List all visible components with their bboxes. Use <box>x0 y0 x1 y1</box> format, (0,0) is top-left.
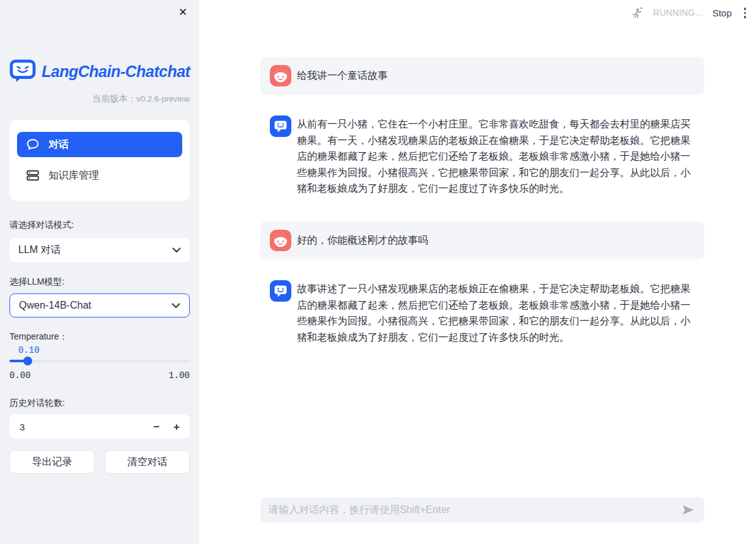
running-man-icon <box>631 6 644 20</box>
message-text: 给我讲一个童话故事 <box>297 68 388 84</box>
history-rounds-value: 3 <box>20 422 25 432</box>
assistant-avatar <box>270 115 291 137</box>
sidebar-actions: 导出记录 清空对话 <box>9 450 190 474</box>
llm-model-select[interactable]: Qwen-14B-Chat <box>9 293 190 317</box>
history-rounds-input[interactable]: 3 − + <box>9 415 190 439</box>
temperature-range: 0.00 1.00 <box>9 370 190 381</box>
app-status-bar: RUNNING... Stop <box>631 5 748 21</box>
app-title: LangChain-Chatchat <box>42 62 190 81</box>
chat-message-assistant: 故事讲述了一只小猪发现糖果店的老板娘正在偷糖果，于是它决定帮助老板娘。它把糖果店… <box>260 272 704 353</box>
version-label: 当前版本： <box>92 93 136 103</box>
chat-message-assistant: 从前有一只小猪，它住在一个小村庄里。它非常喜欢吃甜食，每天都会去村里的糖果店买糖… <box>260 107 704 205</box>
user-avatar <box>270 230 291 251</box>
chat-input[interactable] <box>269 504 675 516</box>
dialog-mode-value: LLM 对话 <box>18 244 61 257</box>
assistant-avatar <box>270 280 291 302</box>
version-value: v0.2.6-preview <box>136 94 190 103</box>
increment-button[interactable]: + <box>173 422 180 432</box>
stop-button[interactable]: Stop <box>712 8 732 18</box>
database-stack-icon <box>26 169 40 182</box>
slider-track[interactable] <box>9 360 190 362</box>
llm-model-label: 选择LLM模型: <box>9 276 190 288</box>
user-avatar <box>270 65 291 86</box>
temperature-value: 0.10 <box>18 345 190 355</box>
nav-item-label: 知识库管理 <box>49 169 99 182</box>
nav-item-label: 对话 <box>49 138 69 151</box>
chat-message-user: 给我讲一个童话故事 <box>260 57 704 95</box>
message-text: 故事讲述了一只小猪发现糖果店的老板娘正在偷糖果，于是它决定帮助老板娘。它把糖果店… <box>297 281 695 345</box>
chat-message-user: 好的，你能概述刚才的故事吗 <box>260 222 704 259</box>
nav-item-knowledge-base[interactable]: 知识库管理 <box>17 163 182 188</box>
export-history-button[interactable]: 导出记录 <box>9 450 95 474</box>
main-area: RUNNING... Stop 给我讲一个童话故事 <box>199 0 756 544</box>
nav-menu: 对话 知识库管理 <box>9 120 190 201</box>
nav-item-dialog[interactable]: 对话 <box>17 132 182 157</box>
sidebar: ✕ LangChain-Chatchat 当前版本：v0.2.6-preview… <box>0 0 199 544</box>
temperature-label: Temperature： <box>9 331 190 343</box>
chevron-down-icon <box>172 303 180 309</box>
llm-model-value: Qwen-14B-Chat <box>19 300 91 311</box>
chevron-down-icon <box>172 247 181 253</box>
history-rounds-label: 历史对话轮数: <box>9 398 190 409</box>
logo-chat-bubble-icon <box>9 59 36 83</box>
decrement-button[interactable]: − <box>153 422 160 432</box>
dialog-mode-label: 请选择对话模式: <box>9 220 190 231</box>
app-logo: LangChain-Chatchat <box>9 59 190 83</box>
send-icon[interactable] <box>680 502 696 517</box>
dialog-mode-select[interactable]: LLM 对话 <box>9 238 190 262</box>
status-text: RUNNING... <box>653 8 703 18</box>
temperature-min: 0.00 <box>9 370 31 381</box>
message-text: 好的，你能概述刚才的故事吗 <box>297 232 428 249</box>
overflow-menu-icon[interactable] <box>741 5 749 21</box>
temperature-slider[interactable] <box>9 357 190 365</box>
message-text: 从前有一只小猪，它住在一个小村庄里。它非常喜欢吃甜食，每天都会去村里的糖果店买糖… <box>297 116 695 197</box>
version-info: 当前版本：v0.2.6-preview <box>9 93 190 105</box>
temperature-max: 1.00 <box>168 370 190 381</box>
slider-thumb[interactable] <box>23 357 32 365</box>
chat-input-bar <box>260 497 704 523</box>
close-sidebar-icon[interactable]: ✕ <box>175 4 191 20</box>
chat-bubble-icon <box>26 138 40 151</box>
chat-history: 给我讲一个童话故事 从前有一只小猪，它住在一个小村庄里。它非常喜欢吃甜食，每天都… <box>260 57 704 370</box>
clear-dialog-button[interactable]: 清空对话 <box>105 450 190 474</box>
